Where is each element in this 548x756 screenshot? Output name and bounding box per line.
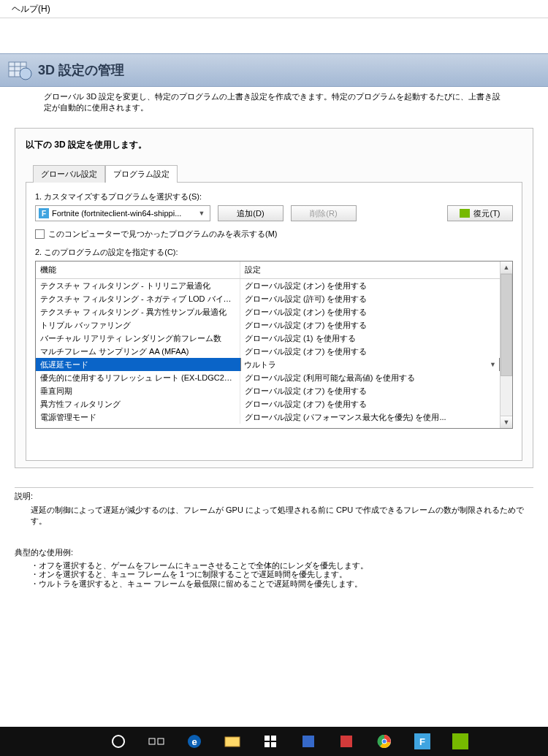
app-icon-1[interactable] bbox=[292, 727, 324, 756]
svg-rect-17 bbox=[340, 736, 352, 747]
setting-cell[interactable]: グローバル設定 (パフォーマンス最大化を優先) を使用... bbox=[240, 411, 500, 424]
usage-header: 典型的な使用例: bbox=[15, 547, 533, 558]
table-row[interactable]: 低遅延モードウルトラ▼ bbox=[36, 358, 500, 371]
tab-global[interactable]: グローバル設定 bbox=[33, 165, 105, 183]
remove-button[interactable]: 削除(R) bbox=[291, 205, 357, 221]
svg-rect-14 bbox=[265, 742, 270, 747]
table-row[interactable]: 垂直同期グローバル設定 (オフ) を使用する bbox=[36, 384, 500, 397]
setting-cell[interactable]: グローバル設定 (オフ) を使用する bbox=[240, 345, 500, 358]
restore-button-label: 復元(T) bbox=[473, 208, 500, 219]
tab-body: 1. カスタマイズするプログラムを選択する(S): F Fortnite (fo… bbox=[26, 182, 522, 461]
setting-cell[interactable]: グローバル設定 (オフ) を使用する bbox=[240, 397, 500, 411]
panel-title: 以下の 3D 設定を使用します。 bbox=[26, 139, 522, 151]
settings-3d-icon bbox=[7, 58, 32, 83]
fortnite-taskbar-icon[interactable]: F bbox=[406, 727, 438, 756]
setting-cell[interactable]: グローバル設定 (オン) を使用する bbox=[240, 279, 500, 292]
feature-cell: テクスチャ フィルタリング - 異方性サンプル最適化 bbox=[36, 305, 240, 318]
table-row[interactable]: テクスチャ フィルタリング - ネガティブ LOD バイアスグローバル設定 (許… bbox=[36, 292, 500, 305]
only-found-checkbox[interactable] bbox=[35, 229, 45, 239]
setting-cell[interactable]: グローバル設定 (利用可能な最高値) を使用する bbox=[240, 371, 500, 384]
setting-cell[interactable]: グローバル設定 (オフ) を使用する bbox=[240, 318, 500, 332]
svg-rect-15 bbox=[271, 742, 276, 747]
settings-table: 機能 設定 テクスチャ フィルタリング - トリリニア最適化グローバル設定 (オ… bbox=[35, 261, 513, 429]
table-header: 機能 設定 bbox=[36, 261, 500, 279]
scrollbar[interactable]: ▲ ▼ bbox=[500, 261, 512, 428]
taskbar: e F bbox=[0, 727, 548, 756]
feature-cell: 低遅延モード bbox=[36, 358, 240, 371]
tabstrip: グローバル設定 プログラム設定 bbox=[33, 164, 522, 182]
step2-label: 2. このプログラムの設定を指定する(C): bbox=[35, 247, 513, 258]
svg-rect-8 bbox=[158, 738, 164, 744]
table-row[interactable]: 電源管理モードグローバル設定 (パフォーマンス最大化を優先) を使用... bbox=[36, 411, 500, 424]
separator bbox=[15, 487, 533, 488]
col-setting[interactable]: 設定 bbox=[240, 261, 500, 278]
feature-cell: トリプル バッファリング bbox=[36, 318, 240, 332]
feature-cell: 電源管理モード bbox=[36, 411, 240, 424]
table-row[interactable]: 優先的に使用するリフレッシュ レート (EX-LDGC251...グローバル設定… bbox=[36, 371, 500, 384]
cortana-icon[interactable] bbox=[102, 727, 134, 756]
svg-rect-13 bbox=[271, 736, 276, 741]
chevron-down-icon: ▼ bbox=[197, 210, 207, 217]
table-row[interactable]: トリプル バッファリンググローバル設定 (オフ) を使用する bbox=[36, 318, 500, 332]
svg-rect-12 bbox=[265, 736, 270, 741]
table-row[interactable]: テクスチャ フィルタリング - 異方性サンプル最適化グローバル設定 (オン) を… bbox=[36, 305, 500, 318]
explorer-icon[interactable] bbox=[216, 727, 248, 756]
edge-icon[interactable]: e bbox=[178, 727, 210, 756]
settings-panel: 以下の 3D 設定を使用します。 グローバル設定 プログラム設定 1. カスタマ… bbox=[15, 128, 533, 468]
table-row[interactable]: バーチャル リアリティ レンダリング前フレーム数グローバル設定 (1) を使用す… bbox=[36, 332, 500, 345]
scroll-thumb[interactable] bbox=[501, 274, 512, 376]
feature-cell: 垂直同期 bbox=[36, 384, 240, 397]
svg-rect-16 bbox=[302, 736, 314, 747]
svg-point-6 bbox=[113, 736, 124, 747]
feature-cell: テクスチャ フィルタリング - トリリニア最適化 bbox=[36, 279, 240, 292]
usage-block: 典型的な使用例: ・オフを選択すると、ゲームをフレームにキューさせることで全体的… bbox=[15, 547, 533, 589]
scroll-up-icon[interactable]: ▲ bbox=[501, 261, 512, 274]
add-button[interactable]: 追加(D) bbox=[218, 205, 283, 221]
description-header: 説明: bbox=[15, 491, 533, 502]
col-feature[interactable]: 機能 bbox=[36, 261, 240, 278]
nvidia-taskbar-icon[interactable] bbox=[444, 727, 476, 756]
chrome-icon[interactable] bbox=[368, 727, 400, 756]
tab-program[interactable]: プログラム設定 bbox=[105, 165, 178, 183]
scroll-down-icon[interactable]: ▼ bbox=[501, 416, 512, 428]
feature-cell: マルチフレーム サンプリング AA (MFAA) bbox=[36, 345, 240, 358]
setting-cell[interactable]: グローバル設定 (許可) を使用する bbox=[240, 292, 500, 305]
setting-cell[interactable]: グローバル設定 (オフ) を使用する bbox=[240, 384, 500, 397]
usage-body: ・オフを選択すると、ゲームをフレームにキューさせることで全体的にレンダを優先しま… bbox=[15, 561, 533, 589]
program-select[interactable]: F Fortnite (fortniteclient-win64-shippi.… bbox=[35, 205, 210, 221]
feature-cell: テクスチャ フィルタリング - ネガティブ LOD バイアス bbox=[36, 292, 240, 305]
feature-cell: 優先的に使用するリフレッシュ レート (EX-LDGC251... bbox=[36, 371, 240, 384]
table-row[interactable]: マルチフレーム サンプリング AA (MFAA)グローバル設定 (オフ) を使用… bbox=[36, 345, 500, 358]
chevron-down-icon: ▼ bbox=[490, 361, 496, 368]
only-found-label: このコンピューターで見つかったプログラムのみを表示する(M) bbox=[48, 229, 278, 240]
menu-bar: ヘルプ(H) bbox=[0, 0, 548, 18]
svg-rect-7 bbox=[149, 738, 155, 744]
setting-cell[interactable]: グローバル設定 (オン) を使用する bbox=[240, 305, 500, 318]
table-row[interactable]: テクスチャ フィルタリング - トリリニア最適化グローバル設定 (オン) を使用… bbox=[36, 279, 500, 292]
usage-line: ・オンを選択すると、キュー フレームを 1 つに制限することで遅延時間を優先しま… bbox=[31, 570, 533, 579]
menu-help[interactable]: ヘルプ(H) bbox=[7, 1, 55, 17]
nvidia-icon bbox=[460, 209, 470, 218]
svg-point-21 bbox=[383, 740, 387, 744]
svg-rect-11 bbox=[225, 737, 240, 747]
restore-button[interactable]: 復元(T) bbox=[447, 205, 513, 221]
app-icon-2[interactable] bbox=[330, 727, 362, 756]
taskview-icon[interactable] bbox=[140, 727, 172, 756]
store-icon[interactable] bbox=[254, 727, 286, 756]
description-block: 説明: 遅延の制御によって遅延が減少するのは、フレームが GPU によって処理さ… bbox=[15, 491, 533, 527]
page-title: 3D 設定の管理 bbox=[38, 61, 124, 79]
feature-cell: バーチャル リアリティ レンダリング前フレーム数 bbox=[36, 332, 240, 345]
page-header: 3D 設定の管理 bbox=[0, 53, 548, 87]
usage-line: ・ウルトラを選択すると、キュー フレームを最低限に留めることで遅延時間を優先しま… bbox=[31, 579, 533, 589]
setting-cell[interactable]: グローバル設定 (1) を使用する bbox=[240, 332, 500, 345]
setting-dropdown[interactable]: ウルトラ▼ bbox=[240, 358, 500, 371]
fortnite-icon: F bbox=[39, 208, 49, 218]
svg-point-5 bbox=[20, 68, 31, 80]
program-select-text: Fortnite (fortniteclient-win64-shippi... bbox=[52, 209, 194, 218]
step1-label: 1. カスタマイズするプログラムを選択する(S): bbox=[35, 191, 513, 202]
setting-value: ウルトラ bbox=[244, 359, 276, 370]
table-row[interactable]: 異方性フィルタリンググローバル設定 (オフ) を使用する bbox=[36, 397, 500, 411]
usage-line: ・オフを選択すると、ゲームをフレームにキューさせることで全体的にレンダを優先しま… bbox=[31, 561, 533, 570]
setting-cell[interactable]: ウルトラ▼ bbox=[240, 358, 500, 371]
feature-cell: 異方性フィルタリング bbox=[36, 397, 240, 411]
